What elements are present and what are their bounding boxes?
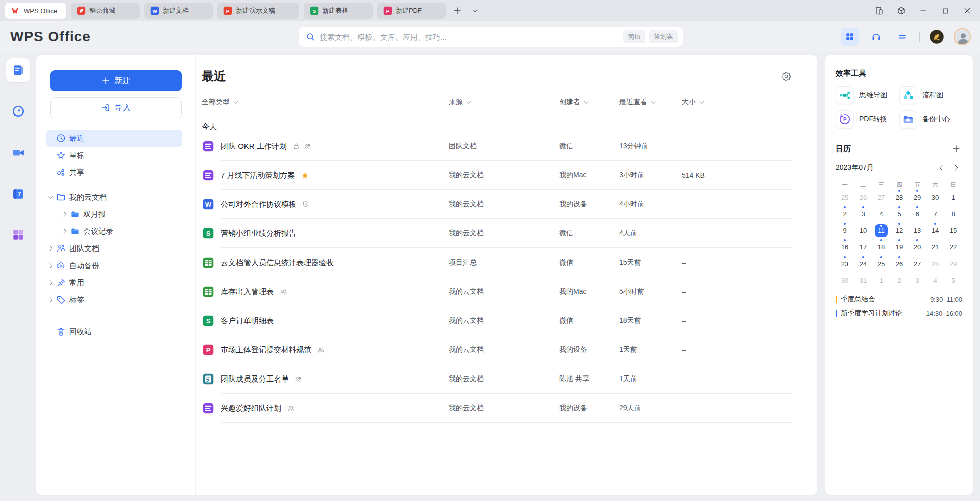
tool-backup-folder[interactable]: 备份中心 <box>899 110 962 129</box>
calendar-day[interactable]: 25 <box>836 189 854 206</box>
tab-new-presentation[interactable]: P 新建演示文稿 <box>217 3 299 19</box>
tool-mindmap[interactable]: 思维导图 <box>836 86 899 104</box>
rail-item-meetings[interactable] <box>6 141 30 165</box>
calendar-day[interactable]: 22 <box>944 239 962 256</box>
calendar-day[interactable]: 19 <box>890 239 908 256</box>
calendar-day[interactable]: 10 <box>854 222 872 239</box>
sidebar-item-tags[interactable]: 标签 <box>46 291 182 308</box>
calendar-day[interactable]: 3 <box>854 206 872 222</box>
caret-right-icon[interactable] <box>46 278 55 287</box>
calendar-day[interactable]: 12 <box>890 222 908 239</box>
new-document-button[interactable]: 新建 <box>50 70 182 91</box>
calendar-day[interactable]: 1 <box>944 189 962 206</box>
apps-grid-button[interactable] <box>841 28 859 46</box>
import-button[interactable]: 导入 <box>50 97 182 118</box>
calendar-day[interactable]: 1 <box>872 272 890 289</box>
sidebar-item-frequent[interactable]: 常用 <box>46 274 182 291</box>
filter-dropdown[interactable]: 全部类型 <box>202 98 239 107</box>
workspace-cube-button[interactable] <box>894 3 909 18</box>
calendar-day[interactable]: 5 <box>890 206 908 222</box>
calendar-day[interactable]: 14 <box>926 222 944 239</box>
user-avatar[interactable] <box>954 28 971 45</box>
calendar-day[interactable]: 28 <box>926 256 944 272</box>
caret-right-icon[interactable] <box>46 244 55 253</box>
calendar-day[interactable]: 27 <box>872 189 890 206</box>
tab-list-dropdown-button[interactable] <box>469 4 482 17</box>
calendar-day[interactable]: 27 <box>908 256 926 272</box>
rail-item-calendar[interactable]: 7 <box>6 182 30 206</box>
sidebar-item-my-cloud-docs[interactable]: 我的云文档 <box>46 189 182 206</box>
sidebar-item-auto-backup[interactable]: 自动备份 <box>46 257 182 274</box>
sidebar-item-recent[interactable]: 最近 <box>46 130 182 147</box>
file-row[interactable]: 云文档管人员信息统计表理器验收 项目汇总 微信 15天前 – <box>202 248 793 277</box>
calendar-day[interactable]: 25 <box>872 256 890 272</box>
tab-new-doc[interactable]: W 新建文档 <box>144 3 213 19</box>
calendar-day[interactable]: 5 <box>944 272 962 289</box>
file-row[interactable]: 兴趣爱好组队计划 我的云文档 我的设备 29天前 – <box>202 394 793 423</box>
calendar-day[interactable]: 30 <box>926 189 944 206</box>
calendar-day[interactable]: 31 <box>854 272 872 289</box>
calendar-day[interactable]: 28 <box>890 189 908 206</box>
calendar-add-event-button[interactable] <box>950 143 962 155</box>
calendar-event[interactable]: 新季度学习计划讨论 14:30–16:00 <box>836 309 962 318</box>
file-row[interactable]: 7 月线下活动策划方案 我的云文档 我的Mac 3小时前 514 KB <box>202 161 793 190</box>
caret-right-icon[interactable] <box>46 261 55 270</box>
filter-dropdown[interactable]: 创建者 <box>559 98 590 107</box>
sidebar-item-meeting-notes[interactable]: 会议记录 <box>46 223 182 240</box>
search-input[interactable] <box>320 33 623 41</box>
calendar-day[interactable]: 7 <box>926 206 944 222</box>
sidebar-item-shared[interactable]: 共享 <box>46 164 182 181</box>
calendar-day[interactable]: 6 <box>908 206 926 222</box>
calendar-day[interactable]: 21 <box>926 239 944 256</box>
file-row[interactable]: P 市场主体登记提交材料规范 我的云文档 我的设备 1天前 – <box>202 335 793 364</box>
file-row[interactable]: S 营销小组业绩分析报告 我的云文档 微信 4天前 – <box>202 219 793 248</box>
tab-new-sheet[interactable]: S 新建表格 <box>304 3 373 19</box>
caret-down-icon[interactable] <box>46 193 55 202</box>
calendar-day[interactable]: 4 <box>872 206 890 222</box>
tab-docer-store[interactable]: 稻壳商城 <box>71 3 140 19</box>
file-row[interactable]: W 公司对外合作协议模板 我的云文档 我的设备 4小时前 – <box>202 190 793 219</box>
file-row[interactable]: 团队成员及分工名单 我的云文档 陈旭 共享 1天前 – <box>202 364 793 394</box>
calendar-day[interactable]: 13 <box>908 222 926 239</box>
rail-item-docs-home[interactable] <box>6 58 30 82</box>
calendar-next-month-button[interactable] <box>950 162 962 174</box>
close-button[interactable] <box>960 3 975 18</box>
tab-wps-home[interactable]: WPS Office <box>5 3 66 19</box>
calendar-day[interactable]: 24 <box>854 256 872 272</box>
minimize-button[interactable] <box>916 3 931 18</box>
calendar-day[interactable]: 3 <box>908 272 926 289</box>
caret-right-icon[interactable] <box>60 227 69 236</box>
calendar-day[interactable]: 2 <box>836 206 854 222</box>
new-tab-button[interactable] <box>451 4 464 17</box>
calendar-day[interactable]: 9 <box>836 222 854 239</box>
maximize-button[interactable] <box>938 3 953 18</box>
calendar-day[interactable]: 17 <box>854 239 872 256</box>
calendar-day[interactable]: 16 <box>836 239 854 256</box>
calendar-day[interactable]: 30 <box>836 272 854 289</box>
calendar-day[interactable]: 29 <box>908 189 926 206</box>
rail-item-apps[interactable] <box>6 223 30 247</box>
support-button[interactable] <box>867 28 885 46</box>
file-row[interactable]: 库存出入管理表 我的云文档 我的Mac 5小时前 – <box>202 277 793 306</box>
calendar-day[interactable]: 26 <box>890 256 908 272</box>
calendar-day[interactable]: 8 <box>944 206 962 222</box>
calendar-day[interactable]: 26 <box>854 189 872 206</box>
sidebar-item-bimonthly-report[interactable]: 双月报 <box>46 206 182 223</box>
filter-dropdown[interactable]: 来源 <box>449 98 472 107</box>
calendar-day[interactable]: 23 <box>836 256 854 272</box>
rail-item-messages[interactable] <box>6 99 30 123</box>
tool-pdf-convert[interactable]: P PDF转换 <box>836 110 899 129</box>
calendar-day-selected[interactable]: 11 <box>872 222 890 239</box>
calendar-day[interactable]: 18 <box>872 239 890 256</box>
tab-new-pdf[interactable]: P 新建PDF <box>377 3 446 19</box>
calendar-event[interactable]: 季度总结会 9:30–11:00 <box>836 295 962 304</box>
file-row[interactable]: S 客户订单明细表 我的云文档 微信 18天前 – <box>202 306 793 335</box>
menu-button[interactable] <box>893 28 911 46</box>
calendar-day[interactable]: 2 <box>890 272 908 289</box>
list-settings-button[interactable] <box>779 69 793 83</box>
calendar-day[interactable]: 4 <box>926 272 944 289</box>
calendar-day[interactable]: 29 <box>944 256 962 272</box>
sidebar-item-trash[interactable]: 回收站 <box>46 323 182 340</box>
filter-dropdown[interactable]: 最近查看 <box>619 98 657 107</box>
membership-button[interactable] <box>928 28 946 46</box>
